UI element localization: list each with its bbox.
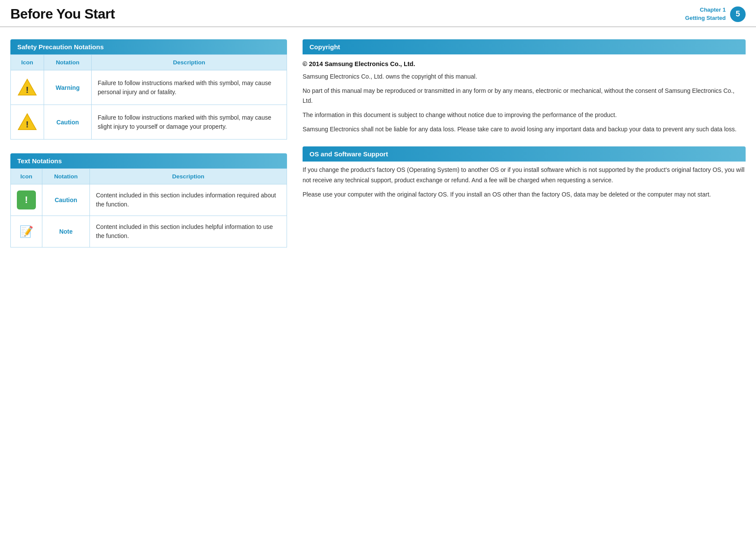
chapter-info: Chapter 1 Getting Started 5 bbox=[685, 6, 746, 22]
safety-col-description: Description bbox=[92, 55, 287, 70]
chapter-text: Chapter 1 Getting Started bbox=[685, 6, 726, 22]
os-paragraphs: If you change the product's factory OS (… bbox=[303, 165, 746, 199]
copyright-para: No part of this manual may be reproduced… bbox=[303, 86, 746, 106]
icon-cell: ! bbox=[11, 105, 44, 140]
notation-cell: Caution bbox=[44, 105, 92, 140]
text-notations-table: Icon Notation Description ! Caution Cont… bbox=[10, 168, 287, 247]
copyright-para: Samsung Electronics shall not be liable … bbox=[303, 124, 746, 134]
copyright-para: The information in this document is subj… bbox=[303, 110, 746, 120]
table-row: ! Warning Failure to follow instructions… bbox=[11, 70, 287, 105]
page-header: Before You Start Chapter 1 Getting Start… bbox=[0, 0, 756, 27]
desc-cell: Failure to follow instructions marked wi… bbox=[92, 105, 287, 140]
os-para: If you change the product's factory OS (… bbox=[303, 165, 746, 185]
copyright-bold: © 2014 Samsung Electronics Co., Ltd. bbox=[303, 60, 746, 67]
page-number-badge: 5 bbox=[730, 6, 746, 22]
table-row: 📝 Note Content included in this section … bbox=[11, 216, 287, 247]
notation-cell: Caution bbox=[42, 184, 90, 216]
safety-section: Safety Precaution Notations Icon Notatio… bbox=[10, 39, 287, 140]
icon-cell: ! bbox=[11, 70, 44, 105]
copyright-section: Copyright © 2014 Samsung Electronics Co.… bbox=[303, 39, 746, 134]
notation-cell: Note bbox=[42, 216, 90, 247]
desc-cell: Failure to follow instructions marked wi… bbox=[92, 70, 287, 105]
table-row: ! Caution Failure to follow instructions… bbox=[11, 105, 287, 140]
table-row: ! Caution Content included in this secti… bbox=[11, 184, 287, 216]
text-col-description: Description bbox=[90, 169, 287, 184]
desc-cell: Content included in this section include… bbox=[90, 216, 287, 247]
copyright-para: Samsung Electronics Co., Ltd. owns the c… bbox=[303, 72, 746, 82]
desc-cell: Content included in this section include… bbox=[90, 184, 287, 216]
icon-cell: 📝 bbox=[11, 216, 42, 247]
os-section: OS and Software Support If you change th… bbox=[303, 146, 746, 199]
safety-col-icon: Icon bbox=[11, 55, 44, 70]
main-content: Safety Precaution Notations Icon Notatio… bbox=[0, 27, 756, 273]
os-header: OS and Software Support bbox=[303, 146, 746, 162]
notation-cell: Warning bbox=[44, 70, 92, 105]
safety-col-notation: Notation bbox=[44, 55, 92, 70]
copyright-header: Copyright bbox=[303, 39, 746, 54]
chapter-name: Getting Started bbox=[685, 14, 726, 22]
os-para: Please use your computer with the origin… bbox=[303, 190, 746, 200]
text-col-icon: Icon bbox=[11, 169, 42, 184]
right-column: Copyright © 2014 Samsung Electronics Co.… bbox=[303, 39, 746, 261]
text-col-notation: Notation bbox=[42, 169, 90, 184]
chapter-label: Chapter 1 bbox=[685, 6, 726, 14]
text-notations-section: Text Notations Icon Notation Description… bbox=[10, 153, 287, 247]
text-table-header-row: Icon Notation Description bbox=[11, 169, 287, 184]
icon-cell: ! bbox=[11, 184, 42, 216]
text-notations-header: Text Notations bbox=[10, 153, 287, 168]
svg-text:!: ! bbox=[26, 119, 29, 129]
page-title: Before You Start bbox=[10, 6, 115, 22]
left-column: Safety Precaution Notations Icon Notatio… bbox=[10, 39, 287, 261]
safety-section-header: Safety Precaution Notations bbox=[10, 39, 287, 54]
svg-text:!: ! bbox=[26, 85, 29, 95]
copyright-paragraphs: Samsung Electronics Co., Ltd. owns the c… bbox=[303, 72, 746, 134]
safety-table-header-row: Icon Notation Description bbox=[11, 55, 287, 70]
safety-table: Icon Notation Description ! Warning Fail… bbox=[10, 54, 287, 140]
